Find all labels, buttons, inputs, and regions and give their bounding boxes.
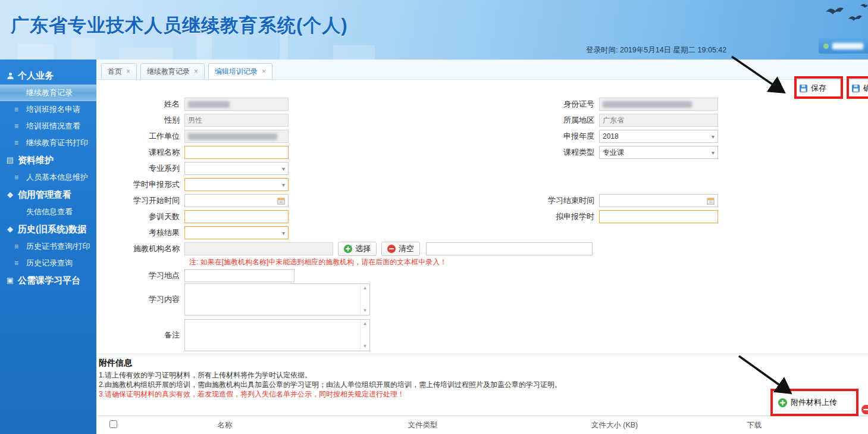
name-field: [184, 98, 289, 111]
close-icon[interactable]: ×: [194, 64, 198, 79]
choose-button-label: 选择: [355, 243, 371, 254]
diamond-icon: ◆: [5, 220, 15, 238]
sidebar-group-label: 个人业务: [18, 70, 54, 80]
start-time-label: 学习开始时间: [96, 195, 184, 206]
user-status-icon: [823, 43, 829, 49]
clear-institution-button[interactable]: 清空: [381, 242, 420, 256]
content-textarea[interactable]: [185, 284, 360, 315]
calendar-icon[interactable]: [707, 197, 715, 205]
scroll-down-icon[interactable]: ▼: [363, 344, 368, 349]
result-select[interactable]: ▾: [184, 226, 289, 239]
select-all-checkbox[interactable]: [109, 420, 117, 428]
series-select[interactable]: ▾: [184, 162, 289, 175]
plus-icon: [778, 398, 787, 407]
attachment-note-3: 3.请确保证明材料的真实有效，若发现造假，将列入失信名单并公示，同时按相关规定进…: [99, 389, 868, 399]
location-input[interactable]: [184, 269, 294, 282]
year-label: 申报年度: [510, 131, 599, 142]
attachment-table-header: 名称 文件类型 文件大小 (KB) 下载: [96, 416, 868, 434]
scrollbar[interactable]: ▲ ▼: [360, 320, 369, 351]
sidebar-item-history-records[interactable]: ≡ 历史记录查询: [0, 255, 96, 271]
sidebar-group-credit-management[interactable]: ◆ 信用管理查看: [0, 186, 96, 204]
confirm-button[interactable]: 确认: [851, 83, 868, 93]
sidebar-item-certificate-print[interactable]: ≡ 继续教育证书打印: [0, 135, 96, 151]
gender-value: 男性: [188, 115, 202, 126]
attachment-heading: 附件信息: [99, 358, 868, 369]
calendar-icon[interactable]: [277, 197, 285, 205]
save-button[interactable]: 保存: [799, 83, 826, 93]
end-time-input[interactable]: [599, 194, 718, 207]
minus-icon: [861, 405, 868, 414]
choose-institution-button[interactable]: 选择: [338, 242, 377, 256]
region-label: 所属地区: [510, 115, 599, 126]
sidebar-item-label: 失信信息查看: [26, 207, 73, 216]
remark-textarea[interactable]: [185, 320, 360, 351]
column-header-file-type: 文件类型: [320, 420, 525, 430]
gender-field: 男性: [184, 114, 289, 127]
person-icon: [5, 67, 15, 85]
credit-form-select[interactable]: ▾: [184, 178, 289, 191]
user-badge[interactable]: [819, 38, 868, 54]
scrollbar[interactable]: ▲ ▼: [360, 284, 369, 315]
tab-label: 编辑培训记录: [215, 64, 258, 79]
login-time: 登录时间: 2019年5月14日 星期二 19:05:42: [586, 45, 726, 55]
attachment-note-2: 2.由施教机构组织开展的培训，需由施教机构出具加盖公章的学习证明；由法人单位组织…: [99, 380, 868, 389]
result-label: 考核结果: [96, 227, 184, 238]
institution-manual-input[interactable]: [426, 242, 593, 255]
year-select[interactable]: 2018 ▾: [599, 130, 718, 143]
page-title: 广东省专业技术人员继续教育系统(个人): [11, 13, 348, 38]
sidebar-group-public-course-platform[interactable]: ▣ 公需课学习平台: [0, 271, 96, 289]
sidebar-item-label: 培训班报名申请: [26, 105, 80, 114]
region-field: 广东省: [599, 114, 718, 127]
sidebar-item-continuing-education-records[interactable]: 继续教育记录: [0, 85, 96, 101]
attachment-section: 附件信息 1.请上传有效的学习证明材料，所有上传材料将作为学时认定依据。 2.由…: [96, 354, 868, 399]
tab-bar: 首页 × 继续教育记录 × 编辑培训记录 ×: [96, 60, 868, 80]
days-input[interactable]: [184, 210, 289, 223]
credit-form-label: 学时申报形式: [96, 179, 184, 190]
scroll-up-icon[interactable]: ▲: [363, 286, 368, 291]
sidebar-item-dishonesty-info[interactable]: 失信信息查看: [0, 204, 96, 220]
birds-decoration: [772, 1, 867, 36]
remark-textarea-wrap: ▲ ▼: [184, 319, 370, 351]
tab-edit-training-record[interactable]: 编辑培训记录 ×: [208, 63, 272, 79]
upload-attachment-button[interactable]: 附件材料上传: [778, 397, 837, 408]
sidebar-item-training-class-status[interactable]: ≡ 培训班情况查看: [0, 118, 96, 135]
sidebar-group-label: 历史(旧系统)数据: [18, 224, 86, 234]
tab-home[interactable]: 首页 ×: [101, 63, 137, 79]
list-icon: ≡: [14, 101, 23, 118]
credits-input[interactable]: [599, 210, 718, 223]
series-label: 专业系列: [96, 163, 184, 174]
location-label: 学习地点: [96, 270, 184, 281]
close-icon[interactable]: ×: [262, 64, 266, 79]
floppy-icon: [851, 84, 860, 93]
select-all-cell: [96, 420, 130, 430]
sidebar-item-basic-info-maintenance[interactable]: ≡ 人员基本信息维护: [0, 169, 96, 186]
sidebar-group-data-maintenance[interactable]: ▤ 资料维护: [0, 151, 96, 169]
scroll-up-icon[interactable]: ▲: [363, 321, 368, 326]
course-name-input[interactable]: [184, 146, 289, 159]
login-time-label: 登录时间:: [586, 46, 618, 54]
sidebar-item-training-class-application[interactable]: ≡ 培训班报名申请: [0, 101, 96, 118]
delete-attachment-button[interactable]: [861, 405, 868, 417]
scroll-down-icon[interactable]: ▼: [363, 308, 368, 313]
close-icon[interactable]: ×: [126, 64, 130, 79]
work-unit-field: [184, 130, 289, 143]
sidebar-group-personal-business[interactable]: 个人业务: [0, 67, 96, 85]
course-type-value: 专业课: [603, 148, 624, 158]
chevron-down-icon: ▾: [282, 230, 285, 236]
floppy-icon: [799, 84, 808, 93]
sidebar-item-history-certificate[interactable]: ≡ 历史证书查询/打印: [0, 238, 96, 255]
app-header: 广东省专业技术人员继续教育系统(个人) 登录时间: 2019年5月14日 星期二…: [0, 0, 868, 60]
tab-continuing-education-records[interactable]: 继续教育记录 ×: [140, 63, 205, 79]
start-time-input[interactable]: [184, 194, 289, 207]
sidebar-item-label: 继续教育记录: [26, 88, 73, 97]
confirm-button-label: 确认: [863, 83, 868, 93]
sidebar-item-label: 人员基本信息维护: [26, 173, 88, 182]
course-type-select[interactable]: 专业课 ▾: [599, 146, 718, 159]
list-icon: ≡: [14, 255, 23, 271]
column-header-file-size: 文件大小 (KB): [525, 420, 704, 430]
credits-label: 拟申报学时: [510, 211, 599, 222]
chevron-down-icon: ▾: [282, 166, 285, 172]
institution-label: 施教机构名称: [96, 243, 184, 254]
tab-label: 继续教育记录: [147, 64, 190, 79]
sidebar-group-history-data[interactable]: ◆ 历史(旧系统)数据: [0, 220, 96, 238]
